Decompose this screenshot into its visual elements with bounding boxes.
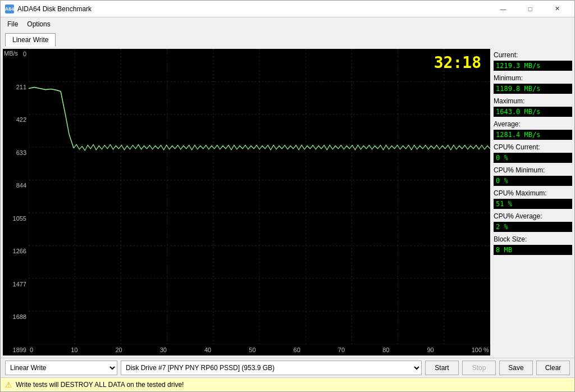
block-size-label: Block Size: bbox=[494, 235, 572, 243]
x-label-0: 0 bbox=[30, 347, 33, 353]
tab-linear-write[interactable]: Linear Write bbox=[5, 33, 56, 47]
main-window: A64 AIDA64 Disk Benchmark — □ ✕ File Opt… bbox=[0, 0, 575, 392]
cpu-maximum-label: CPU% Maximum: bbox=[494, 189, 572, 197]
cpu-maximum-value: 51 % bbox=[494, 199, 572, 209]
x-label-60: 60 bbox=[294, 347, 300, 353]
current-value: 1219.3 MB/s bbox=[494, 61, 572, 71]
average-label: Average: bbox=[494, 120, 572, 128]
cpu-current-label: CPU% Current: bbox=[494, 143, 572, 151]
minimum-value: 1189.8 MB/s bbox=[494, 84, 572, 94]
chart-area: 32:18 MB/s 1899 1688 1477 1266 1055 844 … bbox=[3, 49, 490, 355]
y-label-1266: 1266 bbox=[3, 248, 26, 254]
close-button[interactable]: ✕ bbox=[544, 1, 570, 17]
cpu-average-label: CPU% Average: bbox=[494, 212, 572, 220]
y-label-1688: 1688 bbox=[3, 314, 26, 320]
x-axis: 0 10 20 30 40 50 60 70 80 90 100 % bbox=[29, 344, 490, 355]
y-label-844: 844 bbox=[3, 183, 26, 189]
title-controls: — □ ✕ bbox=[490, 1, 570, 17]
block-size-value: 8 MB bbox=[494, 245, 572, 255]
y-label-1477: 1477 bbox=[3, 281, 26, 288]
y-label-422: 422 bbox=[3, 117, 26, 123]
menu-file[interactable]: File bbox=[3, 19, 22, 29]
warning-icon: ⚠ bbox=[5, 380, 12, 389]
bottom-controls: Linear Write Disk Drive #7 [PNY PNY RP60… bbox=[1, 358, 574, 377]
x-label-90: 90 bbox=[427, 347, 433, 353]
test-type-dropdown[interactable]: Linear Write bbox=[5, 361, 117, 375]
save-button[interactable]: Save bbox=[499, 361, 533, 375]
y-label-1899: 1899 bbox=[3, 347, 26, 353]
y-axis: 1899 1688 1477 1266 1055 844 633 422 211… bbox=[3, 49, 29, 355]
clear-button[interactable]: Clear bbox=[536, 361, 570, 375]
warning-bar: ⚠ Write tests will DESTROY ALL DATA on t… bbox=[1, 377, 574, 391]
x-label-10: 10 bbox=[71, 347, 77, 353]
title-bar: A64 AIDA64 Disk Benchmark — □ ✕ bbox=[1, 1, 574, 17]
app-icon: A64 bbox=[5, 4, 14, 13]
warning-text: Write tests will DESTROY ALL DATA on the… bbox=[16, 381, 184, 389]
stats-panel: Current: 1219.3 MB/s Minimum: 1189.8 MB/… bbox=[494, 49, 572, 355]
tab-bar: Linear Write bbox=[1, 31, 574, 47]
title-bar-left: A64 AIDA64 Disk Benchmark bbox=[5, 4, 92, 13]
x-label-50: 50 bbox=[249, 347, 255, 353]
y-label-1055: 1055 bbox=[3, 216, 26, 222]
stop-button[interactable]: Stop bbox=[462, 361, 496, 375]
window-title: AIDA64 Disk Benchmark bbox=[17, 5, 92, 13]
cpu-minimum-value: 0 % bbox=[494, 176, 572, 186]
y-label-0: 0 bbox=[3, 51, 26, 57]
cpu-minimum-label: CPU% Minimum: bbox=[494, 166, 572, 174]
x-label-100: 100 % bbox=[472, 347, 489, 353]
maximum-value: 1643.0 MB/s bbox=[494, 107, 572, 117]
minimum-label: Minimum: bbox=[494, 74, 572, 82]
menu-options[interactable]: Options bbox=[22, 19, 54, 29]
cpu-average-value: 2 % bbox=[494, 222, 572, 232]
content-area: 32:18 MB/s 1899 1688 1477 1266 1055 844 … bbox=[1, 47, 574, 358]
minimize-button[interactable]: — bbox=[490, 1, 516, 17]
y-label-211: 211 bbox=[3, 84, 26, 90]
y-label-633: 633 bbox=[3, 150, 26, 156]
timer-display: 32:18 bbox=[434, 53, 481, 72]
x-label-80: 80 bbox=[382, 347, 389, 353]
maximize-button[interactable]: □ bbox=[517, 1, 543, 17]
x-label-70: 70 bbox=[338, 347, 345, 353]
average-value: 1281.4 MB/s bbox=[494, 130, 572, 140]
chart-svg bbox=[29, 49, 490, 344]
chart-inner bbox=[29, 49, 490, 344]
x-label-40: 40 bbox=[204, 347, 211, 353]
chart-canvas: 32:18 MB/s 1899 1688 1477 1266 1055 844 … bbox=[3, 49, 490, 355]
x-label-30: 30 bbox=[160, 347, 167, 353]
drive-dropdown[interactable]: Disk Drive #7 [PNY PNY RP60 PSSD] (953.9… bbox=[121, 361, 422, 375]
menu-bar: File Options bbox=[1, 17, 574, 31]
x-label-20: 20 bbox=[115, 347, 122, 353]
maximum-label: Maximum: bbox=[494, 97, 572, 105]
cpu-current-value: 0 % bbox=[494, 153, 572, 163]
current-label: Current: bbox=[494, 51, 572, 59]
start-button[interactable]: Start bbox=[425, 361, 459, 375]
